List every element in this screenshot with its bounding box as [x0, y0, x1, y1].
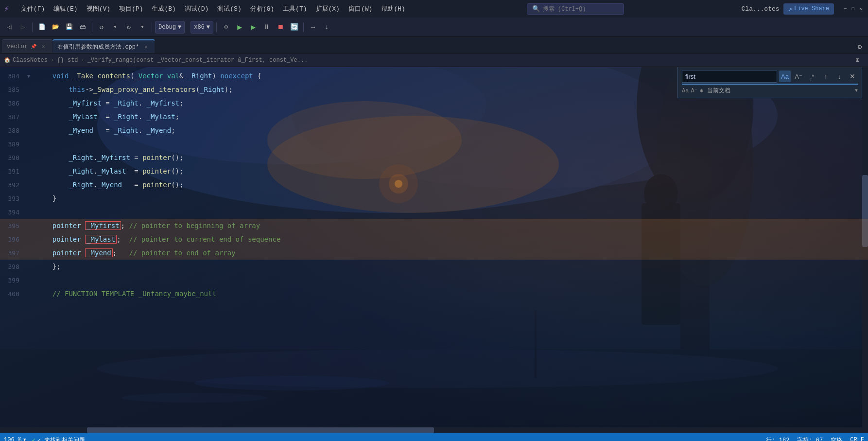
line-num-396: 396 [0, 236, 27, 243]
step-over-button[interactable]: → [307, 21, 319, 34]
status-col[interactable]: 字符: 67 [797, 436, 823, 441]
live-share-button[interactable]: ↗ Live Share [783, 3, 834, 15]
title-right: Cla...otes ↗ Live Share ─ ❐ ✕ [742, 3, 864, 15]
breadcrumb-project-icon: 🏠 [4, 57, 11, 63]
regex-icon: .* [810, 73, 815, 80]
menu-bar: 文件(F) 编辑(E) 视图(V) 项目(P) 生成(B) 调试(D) 测试(S… [17, 3, 409, 14]
status-encoding[interactable]: CRLF [850, 437, 864, 441]
menu-extensions[interactable]: 扩展(X) [312, 3, 344, 14]
find-match-case-button[interactable]: Aa [779, 71, 791, 82]
menu-debug[interactable]: 调试(D) [181, 3, 212, 14]
find-scope-dropdown-arrow[interactable]: ▼ [855, 88, 858, 93]
menu-file[interactable]: 文件(F) [17, 3, 49, 14]
platform-dropdown[interactable]: x86 ▼ [191, 21, 213, 34]
undo-dropdown[interactable]: ▼ [109, 21, 122, 34]
find-close-button[interactable]: ✕ [847, 71, 858, 82]
tab-cpp-close[interactable]: ✕ [142, 43, 150, 51]
status-right: 行: 182 字符: 67 空格 CRLF [766, 436, 864, 441]
tab-vector[interactable]: vector 📌 ✕ [2, 39, 52, 53]
menu-window[interactable]: 窗口(W) [345, 3, 376, 14]
line-code-400: // FUNCTION TEMPLATE _Unfancy_maybe_null [34, 290, 868, 298]
match-case-icon: Aa [781, 73, 789, 80]
status-no-problems[interactable]: ✓ ✓ 未找到相关问题 [32, 436, 85, 441]
line-num-393: 393 [0, 195, 27, 202]
tab-cpp-label: 右值引用参数的成员方法.cpp* [57, 43, 139, 51]
open-file-button[interactable]: 📂 [49, 21, 62, 34]
restore-button[interactable]: ❐ [850, 5, 856, 12]
find-regex-button[interactable]: .* [806, 71, 818, 82]
tab-pin-icon: 📌 [31, 44, 36, 50]
line-num-397: 397 [0, 249, 27, 257]
title-bar: ⚡ 文件(F) 编辑(E) 视图(V) 项目(P) 生成(B) 调试(D) 测试… [0, 0, 868, 18]
tab-cpp-file[interactable]: 右值引用参数的成员方法.cpp* ✕ [52, 39, 155, 53]
status-spaces[interactable]: 空格 [831, 436, 842, 441]
line-num-391: 391 [0, 168, 27, 175]
stop-button[interactable]: ⏹ [274, 21, 287, 34]
whole-word-icon: A⁻ [795, 73, 802, 80]
run-button[interactable]: ▶ [233, 21, 246, 34]
status-line[interactable]: 行: 182 [766, 436, 789, 441]
live-share-icon: ↗ [788, 5, 792, 13]
forward-button[interactable]: ▷ [17, 21, 29, 34]
find-aa-icon: Aa [682, 88, 689, 94]
status-zoom[interactable]: 106 % ▼ [4, 437, 26, 441]
menu-test[interactable]: 测试(S) [213, 3, 245, 14]
line-code-393: } [34, 194, 868, 202]
find-next-button[interactable]: ↓ [833, 71, 845, 82]
breadcrumb-function[interactable]: _Verify_range(const _Vector_const_iterat… [87, 57, 308, 64]
h-scrollbar-thumb[interactable] [87, 427, 434, 433]
code-line-400: 400 // FUNCTION TEMPLATE _Unfancy_maybe_… [0, 287, 868, 300]
toolbar-separator-5 [303, 22, 304, 32]
restart-button[interactable]: 🔄 [288, 21, 300, 34]
code-line-398: 398 }; [0, 260, 868, 273]
status-left: 106 % ▼ ✓ ✓ 未找到相关问题 [4, 436, 85, 441]
find-whole-word-button[interactable]: A⁻ [793, 71, 804, 82]
menu-tools[interactable]: 工具(T) [279, 3, 311, 14]
line-code-388: _Myend = _Right. _Myend; [34, 126, 868, 134]
line-num-388: 388 [0, 127, 27, 134]
menu-view[interactable]: 视图(V) [83, 3, 114, 14]
pause-button[interactable]: ⏸ [260, 21, 273, 34]
menu-build[interactable]: 生成(B) [148, 3, 179, 14]
search-placeholder: 搜索 (Ctrl+Q) [543, 5, 586, 13]
menu-edit[interactable]: 编辑(E) [50, 3, 81, 14]
fold-384[interactable]: ▼ [27, 73, 34, 79]
line-num-385: 385 [0, 86, 27, 93]
breadcrumb-function-label: _Verify_range(const _Vector_const_iterat… [87, 57, 308, 64]
breadcrumb-project[interactable]: ClassNotes [13, 57, 48, 64]
breadcrumb-namespace[interactable]: {} std [57, 57, 78, 64]
horizontal-scrollbar[interactable] [0, 427, 868, 433]
back-button[interactable]: ◁ [3, 21, 16, 34]
menu-project[interactable]: 项目(P) [115, 3, 147, 14]
find-options-row: Aa A⁻ ✱ 当前文档 ▼ [682, 87, 858, 95]
menu-help[interactable]: 帮助(H) [377, 3, 409, 14]
close-button[interactable]: ✕ [857, 5, 864, 12]
find-prev-button[interactable]: ↑ [820, 71, 832, 82]
redo-dropdown[interactable]: ▼ [136, 21, 149, 34]
undo-button[interactable]: ↺ [95, 21, 108, 34]
find-search-input[interactable] [682, 70, 777, 83]
run-debug-button[interactable]: ▶ [247, 21, 260, 34]
save-button[interactable]: 💾 [63, 21, 75, 34]
menu-analyze[interactable]: 分析(G) [246, 3, 278, 14]
build-button[interactable]: ⚙ [220, 21, 232, 34]
vs-logo: ⚡ [4, 3, 9, 14]
live-share-label: Live Share [794, 5, 829, 12]
platform-label: x86 [194, 24, 205, 31]
minimize-button[interactable]: ─ [842, 5, 849, 12]
code-editor[interactable]: 384 ▼ void _Take_contents(_Vector_val& _… [0, 67, 868, 427]
toolbar-separator-1 [32, 22, 33, 32]
line-num-389: 389 [0, 141, 27, 148]
find-format-icon: A⁻ [691, 87, 697, 94]
code-line-394: 394 [0, 205, 868, 219]
breadcrumb-expand-button[interactable]: ⊞ [851, 54, 864, 67]
redo-button[interactable]: ↻ [122, 21, 135, 34]
save-all-button[interactable]: 🗃 [76, 21, 89, 34]
debug-config-dropdown[interactable]: Debug ▼ [155, 21, 185, 34]
step-into-button[interactable]: ↓ [320, 21, 333, 34]
line-code-391: _Right._Mylast = pointer(); [34, 167, 868, 175]
tab-settings-button[interactable]: ⚙ [853, 40, 866, 53]
find-scope-label: 当前文档 [707, 87, 730, 95]
new-file-button[interactable]: 📄 [35, 21, 48, 34]
tab-vector-close[interactable]: ✕ [39, 43, 47, 51]
